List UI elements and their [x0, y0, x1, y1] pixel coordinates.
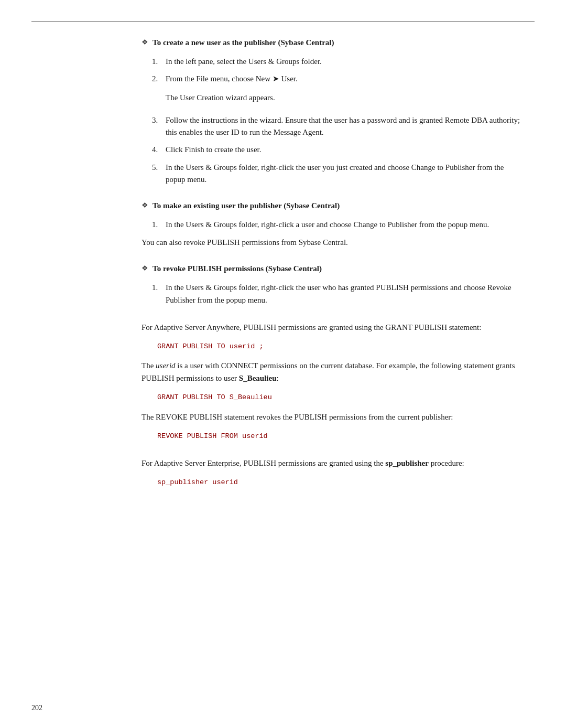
step-num: 1.	[152, 56, 161, 68]
heading-1: To create a new user as the publisher (S…	[153, 37, 334, 48]
asa-colon: :	[277, 374, 279, 382]
top-rule	[31, 21, 535, 22]
asa-before-em: The	[142, 361, 156, 370]
step-3-1: 1. In the Users & Groups folder, right-c…	[152, 282, 524, 306]
heading-3: To revoke PUBLISH permissions (Sybase Ce…	[153, 263, 322, 274]
diamond-icon-3: ❖	[142, 264, 148, 273]
asa-revoke-intro: The REVOKE PUBLISH statement revokes the…	[142, 411, 524, 423]
ase-strong: sp_publisher	[385, 459, 429, 467]
step-1-5: 5. In the Users & Groups folder, right-c…	[152, 162, 524, 186]
step-num: 1.	[152, 219, 161, 231]
step-num: 3.	[152, 114, 161, 139]
asa-intro: For Adaptive Server Anywhere, PUBLISH pe…	[142, 321, 524, 334]
step-1-2: 2. From the File menu, choose New ➤ User…	[152, 73, 524, 109]
step-text: In the Users & Groups folder, right-clic…	[166, 162, 524, 186]
page-number: 202	[31, 704, 42, 712]
step-text: In the left pane, select the Users & Gro…	[166, 56, 524, 68]
step-1-4: 4. Click Finish to create the user.	[152, 144, 524, 156]
diamond-icon-1: ❖	[142, 38, 148, 47]
step-text: In the Users & Groups folder, right-clic…	[166, 282, 524, 306]
heading-2: To make an existing user the publisher (…	[153, 200, 340, 211]
section-revoke-publish: ❖ To revoke PUBLISH permissions (Sybase …	[142, 263, 524, 306]
step-num: 2.	[152, 73, 161, 85]
asa-section: For Adaptive Server Anywhere, PUBLISH pe…	[142, 321, 524, 442]
ase-before-strong: For Adaptive Server Enterprise, PUBLISH …	[142, 459, 385, 467]
ase-code-1: sp_publisher userid	[157, 477, 524, 488]
step-text: Click Finish to create the user.	[166, 144, 524, 156]
asa-middle-text: The userid is a user with CONNECT permis…	[142, 359, 524, 384]
asa-after-em: is a user with CONNECT permissions on th…	[142, 361, 515, 382]
main-content: ❖ To create a new user as the publisher …	[142, 37, 524, 488]
step-text: From the File menu, choose New ➤ User.	[166, 73, 524, 85]
asa-code-3: REVOKE PUBLISH FROM userid	[157, 431, 524, 442]
diamond-icon-2: ❖	[142, 201, 148, 210]
step-num: 1.	[152, 282, 161, 306]
step-num: 4.	[152, 144, 161, 156]
section-create-new-user: ❖ To create a new user as the publisher …	[142, 37, 524, 186]
asa-code-2: GRANT PUBLISH TO S_Beaulieu	[157, 392, 524, 403]
ase-intro-text: For Adaptive Server Enterprise, PUBLISH …	[142, 457, 524, 469]
step-2-1: 1. In the Users & Groups folder, right-c…	[152, 219, 524, 231]
sub-note: The User Creation wizard appears.	[166, 92, 524, 104]
bullet-heading-2: ❖ To make an existing user the publisher…	[142, 200, 524, 211]
bullet-heading-3: ❖ To revoke PUBLISH permissions (Sybase …	[142, 263, 524, 274]
step-num: 5.	[152, 162, 161, 186]
steps-list-1: 1. In the left pane, select the Users & …	[152, 56, 524, 186]
steps-list-2: 1. In the Users & Groups folder, right-c…	[152, 219, 524, 231]
asa-code-1: GRANT PUBLISH TO userid ;	[157, 341, 524, 352]
asa-strong: S_Beaulieu	[239, 374, 277, 382]
section-make-existing-user: ❖ To make an existing user the publisher…	[142, 200, 524, 249]
steps-list-3: 1. In the Users & Groups folder, right-c…	[152, 282, 524, 306]
step-1-1: 1. In the left pane, select the Users & …	[152, 56, 524, 68]
step-text: Follow the instructions in the wizard. E…	[166, 114, 524, 139]
ase-after-strong: procedure:	[429, 459, 464, 467]
after-steps-note: You can also revoke PUBLISH permissions …	[142, 236, 524, 249]
step-text: In the Users & Groups folder, right-clic…	[166, 219, 524, 231]
bullet-heading-1: ❖ To create a new user as the publisher …	[142, 37, 524, 48]
page: ❖ To create a new user as the publisher …	[0, 0, 566, 728]
step-1-3: 3. Follow the instructions in the wizard…	[152, 114, 524, 139]
ase-section: For Adaptive Server Enterprise, PUBLISH …	[142, 457, 524, 488]
asa-em: userid	[156, 361, 176, 370]
